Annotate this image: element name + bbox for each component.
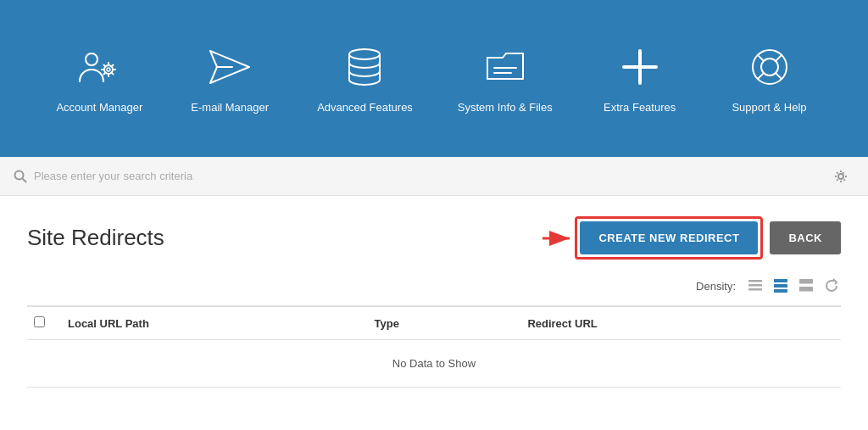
advanced-features-icon xyxy=(339,42,390,92)
density-label: Density: xyxy=(696,280,736,293)
email-manager-icon xyxy=(204,42,255,92)
search-input[interactable] xyxy=(34,170,834,182)
settings-button[interactable] xyxy=(834,170,854,183)
main-content: Site Redirects CREATE NEW REDIRECT BACK xyxy=(0,196,868,408)
nav-item-email-manager-label: E-mail Manager xyxy=(191,101,269,115)
svg-line-23 xyxy=(757,73,763,79)
svg-line-20 xyxy=(757,55,763,61)
no-data-message: No Data to Show xyxy=(27,340,841,388)
refresh-button[interactable] xyxy=(822,276,841,295)
arrow-annotation xyxy=(539,225,575,252)
density-compact-button[interactable] xyxy=(746,276,765,295)
svg-point-13 xyxy=(349,49,380,59)
col-header-local-url: Local URL Path xyxy=(68,317,375,330)
svg-point-0 xyxy=(86,53,97,65)
density-comfortable-button[interactable] xyxy=(797,276,815,295)
svg-rect-28 xyxy=(748,280,762,282)
select-all-checkbox[interactable] xyxy=(34,316,45,327)
select-all-column[interactable] xyxy=(34,316,68,331)
title-row: Site Redirects CREATE NEW REDIRECT BACK xyxy=(27,216,841,260)
nav-item-account-manager[interactable]: Account Manager xyxy=(56,42,142,115)
svg-rect-34 xyxy=(799,279,813,284)
account-manager-icon xyxy=(74,42,125,92)
nav-item-advanced-features[interactable]: Advanced Features xyxy=(317,42,413,115)
create-new-redirect-button[interactable]: CREATE NEW REDIRECT xyxy=(580,221,758,254)
col-header-type: Type xyxy=(375,317,528,330)
svg-rect-33 xyxy=(774,289,787,293)
search-icon xyxy=(14,170,27,183)
nav-item-account-manager-label: Account Manager xyxy=(56,101,142,115)
svg-line-8 xyxy=(112,72,114,74)
svg-line-21 xyxy=(776,73,782,79)
table-area: Local URL Path Type Redirect URL No Data… xyxy=(27,305,841,388)
title-actions: CREATE NEW REDIRECT BACK xyxy=(539,216,841,260)
nav-item-support-help[interactable]: Support & Help xyxy=(727,42,812,115)
col-header-redirect-url: Redirect URL xyxy=(527,317,834,330)
nav-item-extra-features-label: Extra Features xyxy=(604,101,676,115)
svg-line-7 xyxy=(104,65,106,67)
svg-rect-35 xyxy=(799,287,813,292)
nav-item-extra-features[interactable]: Extra Features xyxy=(598,42,682,115)
svg-line-10 xyxy=(112,65,114,67)
nav-item-support-help-label: Support & Help xyxy=(732,101,806,115)
nav-item-system-info-label: System Info & Files xyxy=(458,101,553,115)
page-title: Site Redirects xyxy=(27,225,164,251)
density-row: Density: xyxy=(27,276,841,295)
svg-point-26 xyxy=(838,174,843,179)
support-help-icon xyxy=(744,42,795,92)
create-button-highlight: CREATE NEW REDIRECT xyxy=(575,216,763,260)
search-bar xyxy=(0,157,868,196)
table-header: Local URL Path Type Redirect URL xyxy=(27,307,841,340)
svg-rect-29 xyxy=(748,284,762,287)
svg-line-9 xyxy=(104,72,106,74)
nav-item-advanced-features-label: Advanced Features xyxy=(317,101,413,115)
svg-point-2 xyxy=(107,68,110,71)
nav-item-email-manager[interactable]: E-mail Manager xyxy=(187,42,272,115)
svg-rect-31 xyxy=(774,279,787,282)
back-button[interactable]: BACK xyxy=(770,221,841,254)
svg-line-22 xyxy=(776,55,782,61)
svg-rect-32 xyxy=(774,284,787,288)
svg-rect-30 xyxy=(748,288,762,291)
top-navigation: Account Manager E-mail Manager Advanced … xyxy=(0,0,868,157)
svg-point-24 xyxy=(15,170,24,179)
gear-icon xyxy=(834,170,848,183)
density-normal-button[interactable] xyxy=(771,276,790,295)
system-info-icon xyxy=(480,42,531,92)
extra-features-icon xyxy=(615,42,665,92)
nav-item-system-info[interactable]: System Info & Files xyxy=(458,42,553,115)
svg-line-25 xyxy=(23,178,27,182)
